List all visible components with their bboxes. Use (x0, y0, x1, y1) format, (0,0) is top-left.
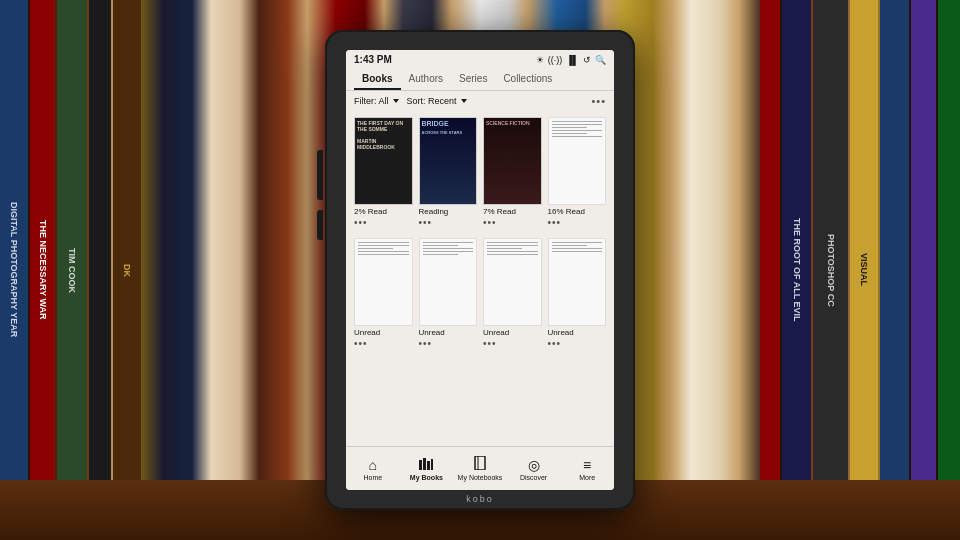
book-status: Unread (354, 328, 380, 337)
my-books-icon (419, 457, 433, 473)
nav-home-label: Home (363, 474, 382, 481)
book-spine (880, 0, 910, 540)
doc-line (552, 248, 603, 249)
doc-line (423, 248, 474, 249)
doc-line (552, 245, 587, 246)
doc-line (552, 136, 603, 137)
book-title-text: THE FIRST DAY ON THE SOMMEMARTIN MIDDLEB… (357, 120, 410, 150)
nav-home[interactable]: ⌂ Home (346, 447, 400, 490)
tab-books[interactable]: Books (354, 69, 401, 90)
doc-line (423, 245, 458, 246)
book-item-doc1[interactable]: 16% Read ••• (548, 117, 607, 228)
wifi-icon: ((·)) (548, 55, 563, 65)
home-icon: ⌂ (369, 457, 377, 473)
book-item-doc3[interactable]: Unread ••• (419, 238, 478, 349)
book-spine: THE ROOT OF ALL EVIL (782, 0, 812, 540)
book-menu-dots[interactable]: ••• (548, 338, 562, 349)
book-cover-doc1 (548, 117, 607, 205)
sort-button[interactable]: Sort: Recent (407, 96, 467, 106)
status-icons: ☀ ((·)) ▐▌ ↺ 🔍 (536, 55, 606, 65)
nav-notebooks-label: My Notebooks (458, 474, 503, 481)
book-spine: DIGITAL PHOTOGRAPHY YEAR (0, 0, 28, 540)
doc-line (358, 248, 393, 249)
book-cover-doc3 (419, 238, 478, 326)
book-spine (938, 0, 960, 540)
book-spine: TIM COOK (57, 0, 87, 540)
doc-line (423, 254, 458, 255)
left-books: DIGITAL PHOTOGRAPHY YEAR THE NECESSARY W… (0, 0, 200, 540)
book-spine: VISUAL (850, 0, 878, 540)
doc-line (552, 127, 587, 128)
filter-bar: Filter: All Sort: Recent ••• (346, 91, 614, 111)
book-spine: DK (113, 0, 141, 540)
nav-my-notebooks[interactable]: My Notebooks (453, 447, 507, 490)
doc-line (487, 251, 538, 252)
tab-collections[interactable]: Collections (495, 69, 560, 90)
side-button-bottom[interactable] (317, 210, 323, 240)
more-options-button[interactable]: ••• (591, 95, 606, 107)
doc-line (487, 248, 522, 249)
right-books: THE ROOT OF ALL EVIL PHOTOSHOP CC VISUAL (760, 0, 960, 540)
nav-tabs: Books Authors Series Collections (346, 69, 614, 91)
kobo-device: 1:43 PM ☀ ((·)) ▐▌ ↺ 🔍 Books Authors Ser… (325, 30, 635, 510)
notebooks-icon (474, 456, 486, 473)
book-menu-dots[interactable]: ••• (419, 217, 433, 228)
discover-icon: ◎ (528, 457, 540, 473)
book-title-bridge: BRIDGEACROSS THE STARS (422, 120, 475, 137)
doc-line (552, 121, 603, 122)
doc-line (423, 242, 474, 243)
book-spine: THE NECESSARY WAR (30, 0, 55, 540)
nav-more-label: More (579, 474, 595, 481)
nav-discover-label: Discover (520, 474, 547, 481)
nav-more[interactable]: ≡ More (560, 447, 614, 490)
books-row-2: Unread ••• Unread ••• (354, 238, 606, 349)
doc-line (358, 254, 409, 255)
doc-line (552, 130, 603, 131)
book-item-doc5[interactable]: Unread ••• (548, 238, 607, 349)
book-item-scifi[interactable]: SCIENCE FICTION 7% Read ••• (483, 117, 542, 228)
svg-rect-1 (423, 458, 426, 470)
nav-my-books[interactable]: My Books (400, 447, 454, 490)
book-status: Reading (419, 207, 449, 216)
book-spine (760, 0, 780, 540)
book-status: 16% Read (548, 207, 585, 216)
book-item-doc2[interactable]: Unread ••• (354, 238, 413, 349)
svg-rect-4 (475, 456, 485, 470)
book-menu-dots[interactable]: ••• (548, 217, 562, 228)
filter-button[interactable]: Filter: All (354, 96, 399, 106)
doc-line (358, 242, 409, 243)
book-menu-dots[interactable]: ••• (483, 217, 497, 228)
book-spine (911, 0, 936, 540)
kobo-logo: kobo (466, 494, 494, 504)
doc-line (552, 242, 603, 243)
chevron-down-icon (393, 99, 399, 103)
nav-my-books-label: My Books (410, 474, 443, 481)
book-status: Unread (419, 328, 445, 337)
book-menu-dots[interactable]: ••• (419, 338, 433, 349)
book-menu-dots[interactable]: ••• (354, 217, 368, 228)
book-status: 7% Read (483, 207, 516, 216)
book-cover-doc5 (548, 238, 607, 326)
svg-rect-0 (419, 460, 422, 470)
book-item-doc4[interactable]: Unread ••• (483, 238, 542, 349)
book-menu-dots[interactable]: ••• (354, 338, 368, 349)
book-cover-doc4 (483, 238, 542, 326)
doc-line (358, 251, 409, 252)
book-cover-bridge: BRIDGEACROSS THE STARS (419, 117, 478, 205)
tab-authors[interactable]: Authors (401, 69, 451, 90)
side-button-top[interactable] (317, 150, 323, 200)
book-menu-dots[interactable]: ••• (483, 338, 497, 349)
doc-line (552, 124, 603, 125)
nav-discover[interactable]: ◎ Discover (507, 447, 561, 490)
book-item-bridge[interactable]: BRIDGEACROSS THE STARS Reading ••• (419, 117, 478, 228)
filter-options: Filter: All Sort: Recent (354, 96, 467, 106)
battery-icon: ▐▌ (566, 55, 579, 65)
book-title-scifi: SCIENCE FICTION (486, 120, 539, 126)
tab-series[interactable]: Series (451, 69, 495, 90)
kobo-screen: 1:43 PM ☀ ((·)) ▐▌ ↺ 🔍 Books Authors Ser… (346, 50, 614, 490)
book-cover-somme: THE FIRST DAY ON THE SOMMEMARTIN MIDDLEB… (354, 117, 413, 205)
book-spine: PHOTOSHOP CC (813, 0, 848, 540)
search-icon[interactable]: 🔍 (595, 55, 606, 65)
book-item-somme[interactable]: THE FIRST DAY ON THE SOMMEMARTIN MIDDLEB… (354, 117, 413, 228)
svg-rect-3 (431, 459, 433, 470)
